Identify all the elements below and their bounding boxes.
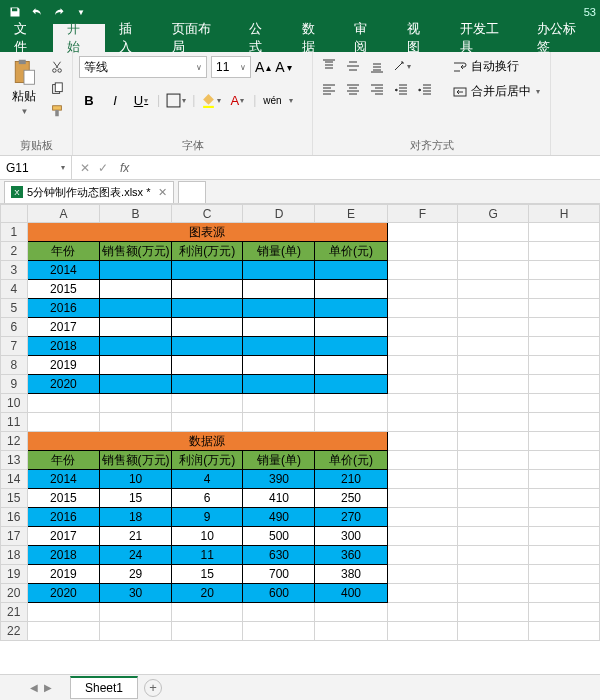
row-header[interactable]: 4 xyxy=(1,280,28,299)
tab-insert[interactable]: 插入 xyxy=(105,24,158,52)
font-color-button[interactable]: A▾ xyxy=(227,90,247,110)
cell[interactable] xyxy=(100,356,172,375)
cell[interactable]: 2020 xyxy=(27,375,100,394)
cell[interactable]: 单价(元) xyxy=(315,242,387,261)
row-header[interactable]: 8 xyxy=(1,356,28,375)
cell[interactable] xyxy=(458,223,529,242)
spreadsheet-grid[interactable]: ABCDEFGH1图表源2年份销售额(万元)利润(万元)销量(单)单价(元)32… xyxy=(0,204,600,674)
cell[interactable]: 600 xyxy=(243,584,315,603)
cell[interactable] xyxy=(529,337,600,356)
cell[interactable] xyxy=(243,622,315,641)
cell[interactable] xyxy=(100,413,172,432)
cell[interactable] xyxy=(387,242,458,261)
cell[interactable] xyxy=(171,318,243,337)
increase-indent-icon[interactable] xyxy=(415,80,435,100)
cell[interactable]: 10 xyxy=(171,527,243,546)
cell[interactable] xyxy=(315,299,387,318)
cell[interactable] xyxy=(100,318,172,337)
cell[interactable] xyxy=(529,242,600,261)
cell[interactable] xyxy=(458,242,529,261)
cell[interactable] xyxy=(458,356,529,375)
cell[interactable] xyxy=(387,299,458,318)
cell[interactable]: 数据源 xyxy=(27,432,387,451)
cell[interactable] xyxy=(243,375,315,394)
cell[interactable] xyxy=(171,337,243,356)
cell[interactable] xyxy=(529,527,600,546)
cell[interactable] xyxy=(529,375,600,394)
align-middle-icon[interactable] xyxy=(343,56,363,76)
cell[interactable] xyxy=(100,603,172,622)
cell[interactable] xyxy=(458,413,529,432)
cell[interactable] xyxy=(458,546,529,565)
cell[interactable] xyxy=(171,413,243,432)
cell[interactable] xyxy=(243,603,315,622)
cell[interactable] xyxy=(315,356,387,375)
cell[interactable] xyxy=(27,603,100,622)
cell[interactable]: 270 xyxy=(315,508,387,527)
italic-button[interactable]: I xyxy=(105,90,125,110)
cell[interactable] xyxy=(458,603,529,622)
cell[interactable] xyxy=(529,261,600,280)
cell[interactable]: 6 xyxy=(171,489,243,508)
column-header[interactable]: A xyxy=(27,205,100,223)
cell[interactable]: 销量(单) xyxy=(243,451,315,470)
cell[interactable] xyxy=(387,413,458,432)
cell[interactable]: 15 xyxy=(100,489,172,508)
cell[interactable] xyxy=(458,280,529,299)
cell[interactable] xyxy=(387,394,458,413)
row-header[interactable]: 18 xyxy=(1,546,28,565)
cell[interactable]: 销量(单) xyxy=(243,242,315,261)
underline-button[interactable]: U▾ xyxy=(131,90,151,110)
cell[interactable] xyxy=(387,489,458,508)
cell[interactable] xyxy=(315,261,387,280)
cancel-formula-icon[interactable]: ✕ xyxy=(80,161,90,175)
cell[interactable]: 2014 xyxy=(27,261,100,280)
row-header[interactable]: 1 xyxy=(1,223,28,242)
cell[interactable] xyxy=(458,375,529,394)
cell[interactable] xyxy=(529,451,600,470)
cell[interactable] xyxy=(529,546,600,565)
fx-icon[interactable]: fx xyxy=(116,161,133,175)
cell[interactable] xyxy=(529,280,600,299)
cell[interactable] xyxy=(100,337,172,356)
cell[interactable]: 500 xyxy=(243,527,315,546)
cell[interactable] xyxy=(171,280,243,299)
cell[interactable]: 2019 xyxy=(27,356,100,375)
cell[interactable] xyxy=(387,223,458,242)
row-header[interactable]: 3 xyxy=(1,261,28,280)
fill-color-button[interactable]: ▾ xyxy=(201,90,221,110)
row-header[interactable]: 17 xyxy=(1,527,28,546)
cell[interactable]: 15 xyxy=(171,565,243,584)
cell[interactable] xyxy=(243,356,315,375)
cut-icon[interactable] xyxy=(48,58,66,76)
format-painter-icon[interactable] xyxy=(48,102,66,120)
cell[interactable]: 10 xyxy=(100,470,172,489)
cell[interactable] xyxy=(458,432,529,451)
font-size-select[interactable]: 11∨ xyxy=(211,56,251,78)
cell[interactable] xyxy=(100,394,172,413)
cell[interactable]: 2020 xyxy=(27,584,100,603)
cell[interactable] xyxy=(100,261,172,280)
cell[interactable] xyxy=(100,375,172,394)
merge-center-button[interactable]: 合并后居中▾ xyxy=(449,81,544,102)
row-header[interactable]: 22 xyxy=(1,622,28,641)
row-header[interactable]: 10 xyxy=(1,394,28,413)
column-header[interactable]: D xyxy=(243,205,315,223)
row-header[interactable]: 11 xyxy=(1,413,28,432)
tab-review[interactable]: 审阅 xyxy=(340,24,393,52)
cell[interactable] xyxy=(315,280,387,299)
cell[interactable] xyxy=(387,261,458,280)
cell[interactable] xyxy=(529,603,600,622)
cell[interactable]: 2017 xyxy=(27,318,100,337)
cell[interactable] xyxy=(171,261,243,280)
tab-view[interactable]: 视图 xyxy=(393,24,446,52)
cell[interactable] xyxy=(387,375,458,394)
row-header[interactable]: 2 xyxy=(1,242,28,261)
select-all-corner[interactable] xyxy=(1,205,28,223)
cell[interactable] xyxy=(387,603,458,622)
cell[interactable] xyxy=(100,299,172,318)
row-header[interactable]: 9 xyxy=(1,375,28,394)
column-header[interactable]: E xyxy=(315,205,387,223)
cell[interactable] xyxy=(529,565,600,584)
cell[interactable] xyxy=(529,318,600,337)
